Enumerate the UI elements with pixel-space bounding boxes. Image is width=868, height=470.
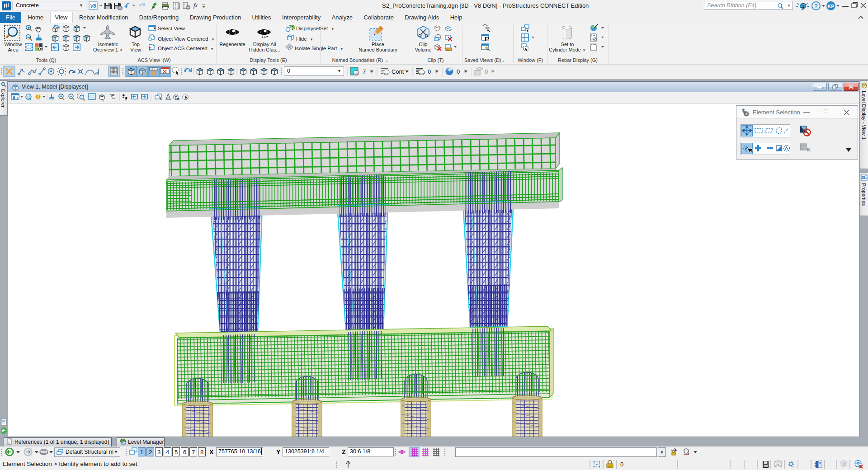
svg-text:fx: fx: [193, 2, 198, 9]
svg-text:KP: KP: [827, 4, 834, 9]
svg-text:1: 1: [16, 96, 18, 99]
svg-text:7: 7: [363, 68, 366, 75]
svg-text:2: 2: [802, 4, 804, 9]
svg-text:0: 0: [428, 68, 431, 75]
svg-text:Cont: Cont: [392, 68, 404, 75]
svg-text:?: ?: [814, 3, 818, 9]
svg-text:V8: V8: [90, 3, 96, 9]
svg-text:0: 0: [457, 68, 460, 75]
svg-text:0: 0: [485, 68, 488, 75]
svg-text:0: 0: [620, 461, 623, 468]
